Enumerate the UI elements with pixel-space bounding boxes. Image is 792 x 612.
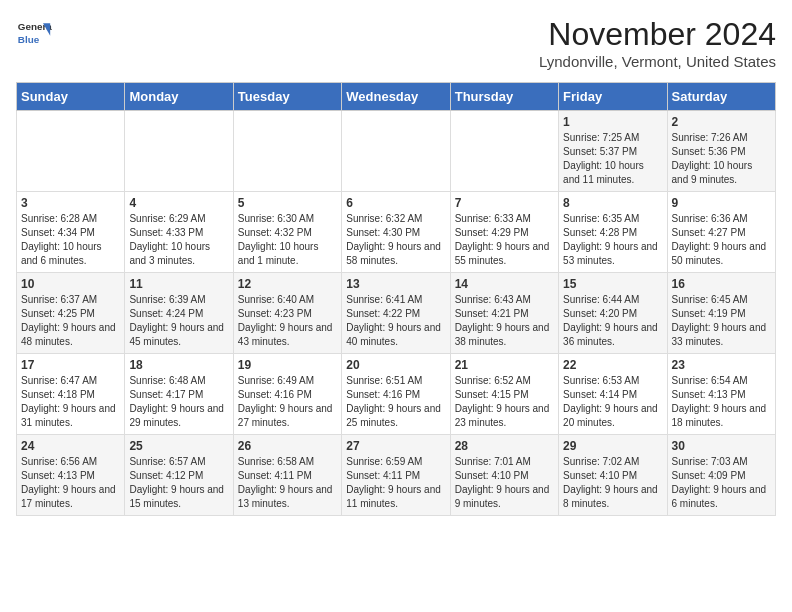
calendar-cell: 19Sunrise: 6:49 AM Sunset: 4:16 PM Dayli… bbox=[233, 354, 341, 435]
day-number: 28 bbox=[455, 439, 554, 453]
day-info: Sunrise: 6:57 AM Sunset: 4:12 PM Dayligh… bbox=[129, 455, 228, 511]
calendar-cell: 30Sunrise: 7:03 AM Sunset: 4:09 PM Dayli… bbox=[667, 435, 775, 516]
main-title: November 2024 bbox=[539, 16, 776, 53]
calendar-cell: 29Sunrise: 7:02 AM Sunset: 4:10 PM Dayli… bbox=[559, 435, 667, 516]
calendar-cell: 7Sunrise: 6:33 AM Sunset: 4:29 PM Daylig… bbox=[450, 192, 558, 273]
calendar-cell bbox=[125, 111, 233, 192]
calendar-cell: 20Sunrise: 6:51 AM Sunset: 4:16 PM Dayli… bbox=[342, 354, 450, 435]
day-info: Sunrise: 6:29 AM Sunset: 4:33 PM Dayligh… bbox=[129, 212, 228, 268]
calendar-cell: 22Sunrise: 6:53 AM Sunset: 4:14 PM Dayli… bbox=[559, 354, 667, 435]
header-cell: Saturday bbox=[667, 83, 775, 111]
calendar-cell: 24Sunrise: 6:56 AM Sunset: 4:13 PM Dayli… bbox=[17, 435, 125, 516]
day-number: 12 bbox=[238, 277, 337, 291]
day-number: 17 bbox=[21, 358, 120, 372]
calendar-table: SundayMondayTuesdayWednesdayThursdayFrid… bbox=[16, 82, 776, 516]
calendar-cell: 3Sunrise: 6:28 AM Sunset: 4:34 PM Daylig… bbox=[17, 192, 125, 273]
calendar-week-row: 1Sunrise: 7:25 AM Sunset: 5:37 PM Daylig… bbox=[17, 111, 776, 192]
day-info: Sunrise: 7:02 AM Sunset: 4:10 PM Dayligh… bbox=[563, 455, 662, 511]
header-cell: Friday bbox=[559, 83, 667, 111]
calendar-cell: 15Sunrise: 6:44 AM Sunset: 4:20 PM Dayli… bbox=[559, 273, 667, 354]
calendar-cell: 16Sunrise: 6:45 AM Sunset: 4:19 PM Dayli… bbox=[667, 273, 775, 354]
day-info: Sunrise: 6:49 AM Sunset: 4:16 PM Dayligh… bbox=[238, 374, 337, 430]
header: General Blue November 2024 Lyndonville, … bbox=[16, 16, 776, 70]
day-info: Sunrise: 7:26 AM Sunset: 5:36 PM Dayligh… bbox=[672, 131, 771, 187]
calendar-cell: 4Sunrise: 6:29 AM Sunset: 4:33 PM Daylig… bbox=[125, 192, 233, 273]
day-number: 5 bbox=[238, 196, 337, 210]
day-number: 10 bbox=[21, 277, 120, 291]
calendar-cell: 25Sunrise: 6:57 AM Sunset: 4:12 PM Dayli… bbox=[125, 435, 233, 516]
calendar-cell: 23Sunrise: 6:54 AM Sunset: 4:13 PM Dayli… bbox=[667, 354, 775, 435]
day-info: Sunrise: 6:47 AM Sunset: 4:18 PM Dayligh… bbox=[21, 374, 120, 430]
calendar-cell: 21Sunrise: 6:52 AM Sunset: 4:15 PM Dayli… bbox=[450, 354, 558, 435]
day-info: Sunrise: 6:36 AM Sunset: 4:27 PM Dayligh… bbox=[672, 212, 771, 268]
day-info: Sunrise: 6:41 AM Sunset: 4:22 PM Dayligh… bbox=[346, 293, 445, 349]
day-info: Sunrise: 7:01 AM Sunset: 4:10 PM Dayligh… bbox=[455, 455, 554, 511]
calendar-cell: 26Sunrise: 6:58 AM Sunset: 4:11 PM Dayli… bbox=[233, 435, 341, 516]
day-info: Sunrise: 6:56 AM Sunset: 4:13 PM Dayligh… bbox=[21, 455, 120, 511]
calendar-cell: 17Sunrise: 6:47 AM Sunset: 4:18 PM Dayli… bbox=[17, 354, 125, 435]
logo-icon: General Blue bbox=[16, 16, 52, 52]
day-info: Sunrise: 6:45 AM Sunset: 4:19 PM Dayligh… bbox=[672, 293, 771, 349]
day-info: Sunrise: 7:25 AM Sunset: 5:37 PM Dayligh… bbox=[563, 131, 662, 187]
calendar-cell: 13Sunrise: 6:41 AM Sunset: 4:22 PM Dayli… bbox=[342, 273, 450, 354]
calendar-week-row: 10Sunrise: 6:37 AM Sunset: 4:25 PM Dayli… bbox=[17, 273, 776, 354]
calendar-header: SundayMondayTuesdayWednesdayThursdayFrid… bbox=[17, 83, 776, 111]
day-info: Sunrise: 6:51 AM Sunset: 4:16 PM Dayligh… bbox=[346, 374, 445, 430]
day-info: Sunrise: 6:44 AM Sunset: 4:20 PM Dayligh… bbox=[563, 293, 662, 349]
day-info: Sunrise: 6:35 AM Sunset: 4:28 PM Dayligh… bbox=[563, 212, 662, 268]
day-info: Sunrise: 6:48 AM Sunset: 4:17 PM Dayligh… bbox=[129, 374, 228, 430]
day-info: Sunrise: 6:39 AM Sunset: 4:24 PM Dayligh… bbox=[129, 293, 228, 349]
calendar-cell: 5Sunrise: 6:30 AM Sunset: 4:32 PM Daylig… bbox=[233, 192, 341, 273]
day-number: 25 bbox=[129, 439, 228, 453]
day-info: Sunrise: 6:33 AM Sunset: 4:29 PM Dayligh… bbox=[455, 212, 554, 268]
logo: General Blue bbox=[16, 16, 52, 52]
day-number: 3 bbox=[21, 196, 120, 210]
day-info: Sunrise: 6:43 AM Sunset: 4:21 PM Dayligh… bbox=[455, 293, 554, 349]
calendar-cell: 9Sunrise: 6:36 AM Sunset: 4:27 PM Daylig… bbox=[667, 192, 775, 273]
calendar-cell: 18Sunrise: 6:48 AM Sunset: 4:17 PM Dayli… bbox=[125, 354, 233, 435]
day-number: 26 bbox=[238, 439, 337, 453]
day-number: 27 bbox=[346, 439, 445, 453]
day-info: Sunrise: 6:53 AM Sunset: 4:14 PM Dayligh… bbox=[563, 374, 662, 430]
calendar-cell: 6Sunrise: 6:32 AM Sunset: 4:30 PM Daylig… bbox=[342, 192, 450, 273]
subtitle: Lyndonville, Vermont, United States bbox=[539, 53, 776, 70]
day-info: Sunrise: 6:28 AM Sunset: 4:34 PM Dayligh… bbox=[21, 212, 120, 268]
day-number: 4 bbox=[129, 196, 228, 210]
calendar-cell bbox=[450, 111, 558, 192]
calendar-cell bbox=[17, 111, 125, 192]
calendar-body: 1Sunrise: 7:25 AM Sunset: 5:37 PM Daylig… bbox=[17, 111, 776, 516]
day-number: 8 bbox=[563, 196, 662, 210]
calendar-cell: 8Sunrise: 6:35 AM Sunset: 4:28 PM Daylig… bbox=[559, 192, 667, 273]
day-number: 23 bbox=[672, 358, 771, 372]
day-info: Sunrise: 6:32 AM Sunset: 4:30 PM Dayligh… bbox=[346, 212, 445, 268]
calendar-week-row: 17Sunrise: 6:47 AM Sunset: 4:18 PM Dayli… bbox=[17, 354, 776, 435]
day-number: 1 bbox=[563, 115, 662, 129]
calendar-cell: 14Sunrise: 6:43 AM Sunset: 4:21 PM Dayli… bbox=[450, 273, 558, 354]
day-info: Sunrise: 6:30 AM Sunset: 4:32 PM Dayligh… bbox=[238, 212, 337, 268]
calendar-cell bbox=[342, 111, 450, 192]
day-number: 21 bbox=[455, 358, 554, 372]
header-row: SundayMondayTuesdayWednesdayThursdayFrid… bbox=[17, 83, 776, 111]
day-info: Sunrise: 6:52 AM Sunset: 4:15 PM Dayligh… bbox=[455, 374, 554, 430]
day-number: 11 bbox=[129, 277, 228, 291]
calendar-week-row: 3Sunrise: 6:28 AM Sunset: 4:34 PM Daylig… bbox=[17, 192, 776, 273]
day-number: 15 bbox=[563, 277, 662, 291]
calendar-cell bbox=[233, 111, 341, 192]
calendar-cell: 11Sunrise: 6:39 AM Sunset: 4:24 PM Dayli… bbox=[125, 273, 233, 354]
day-info: Sunrise: 6:59 AM Sunset: 4:11 PM Dayligh… bbox=[346, 455, 445, 511]
header-cell: Wednesday bbox=[342, 83, 450, 111]
calendar-cell: 10Sunrise: 6:37 AM Sunset: 4:25 PM Dayli… bbox=[17, 273, 125, 354]
day-number: 29 bbox=[563, 439, 662, 453]
day-info: Sunrise: 6:58 AM Sunset: 4:11 PM Dayligh… bbox=[238, 455, 337, 511]
calendar-cell: 27Sunrise: 6:59 AM Sunset: 4:11 PM Dayli… bbox=[342, 435, 450, 516]
day-info: Sunrise: 6:40 AM Sunset: 4:23 PM Dayligh… bbox=[238, 293, 337, 349]
svg-text:Blue: Blue bbox=[18, 34, 40, 45]
day-number: 16 bbox=[672, 277, 771, 291]
header-cell: Thursday bbox=[450, 83, 558, 111]
day-info: Sunrise: 6:54 AM Sunset: 4:13 PM Dayligh… bbox=[672, 374, 771, 430]
header-cell: Sunday bbox=[17, 83, 125, 111]
day-number: 14 bbox=[455, 277, 554, 291]
day-number: 24 bbox=[21, 439, 120, 453]
day-number: 6 bbox=[346, 196, 445, 210]
day-number: 2 bbox=[672, 115, 771, 129]
